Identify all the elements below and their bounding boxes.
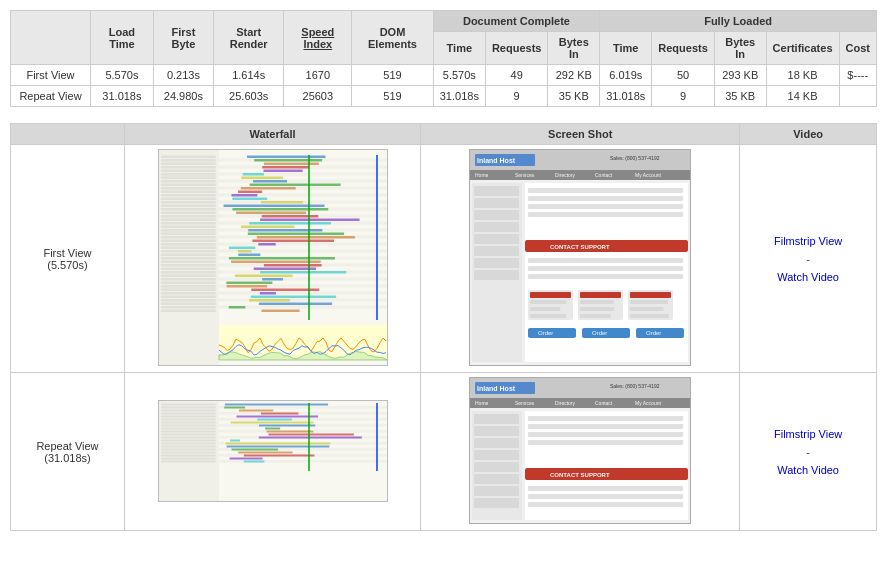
screenshot-header: Screen Shot [421,124,740,145]
svg-text:Directory: Directory [555,172,576,178]
svg-rect-231 [161,457,216,459]
video-links: Filmstrip View - Watch Video [748,235,868,283]
svg-rect-275 [474,486,519,496]
svg-rect-184 [630,307,664,311]
perf-row: Repeat View 31.018s 24.980s 25.603s 2560… [11,86,877,107]
svg-rect-200 [219,412,387,415]
svg-text:Inland Host: Inland Host [477,385,516,392]
svg-rect-41 [161,222,216,225]
detail-empty-header [11,124,125,145]
fl-time: 6.019s [600,65,652,86]
svg-rect-135 [228,306,245,309]
svg-rect-104 [232,198,267,201]
svg-rect-94 [264,163,319,166]
dom-elements: 519 [352,86,434,107]
svg-rect-203 [161,415,216,417]
svg-rect-218 [219,439,387,442]
svg-rect-90 [219,309,387,312]
svg-rect-91 [161,310,216,313]
svg-rect-213 [161,430,216,432]
video-header: Video [740,124,877,145]
svg-rect-67 [161,268,216,271]
row-label-sub: (31.018s) [19,452,116,464]
svg-rect-136 [261,310,299,313]
dc-time-header: Time [433,32,485,65]
svg-rect-211 [161,427,216,429]
fl-time: 31.018s [600,86,652,107]
fl-bytes: 293 KB [714,65,766,86]
svg-rect-180 [580,314,611,318]
svg-rect-281 [528,440,683,445]
svg-rect-35 [161,212,216,215]
svg-rect-114 [247,233,343,236]
filmstrip-link[interactable]: Filmstrip View [774,428,842,440]
svg-rect-197 [161,406,216,408]
svg-rect-239 [257,418,292,420]
load-time-header: Load Time [91,11,154,65]
svg-rect-124 [253,268,315,271]
svg-rect-162 [528,188,683,193]
svg-rect-177 [580,292,621,298]
svg-rect-80 [219,292,387,295]
svg-rect-57 [161,250,216,253]
svg-rect-5 [161,159,216,162]
svg-rect-240 [230,421,313,423]
svg-rect-123 [263,264,321,267]
svg-rect-286 [528,502,683,507]
filmstrip-link[interactable]: Filmstrip View [774,235,842,247]
fl-cost-header: Cost [839,32,877,65]
svg-rect-98 [241,177,283,180]
svg-rect-132 [250,296,335,299]
svg-rect-99 [253,180,287,183]
svg-rect-3 [161,156,216,159]
svg-rect-122 [231,261,321,264]
speed-index: 25603 [284,86,352,107]
svg-rect-134 [258,303,331,306]
row-label-text: First View [19,247,116,259]
dom-elements-header: DOM Elements [352,11,434,65]
svg-rect-85 [161,299,216,302]
watch-video-link[interactable]: Watch Video [777,464,839,476]
screenshot-cell: Inland HostSales: (800) 537-4192HomeServ… [421,373,740,531]
svg-text:CONTACT SUPPORT: CONTACT SUPPORT [550,244,610,250]
first-byte-header: First Byte [153,11,213,65]
fl-certs-header: Certificates [766,32,839,65]
svg-rect-270 [474,426,519,436]
svg-rect-75 [161,282,216,285]
svg-rect-159 [474,258,519,268]
svg-text:My Account: My Account [635,172,661,178]
row-label: First View [11,65,91,86]
svg-rect-31 [161,205,216,208]
svg-rect-96 [263,170,302,173]
svg-rect-125 [260,271,346,274]
svg-text:My Account: My Account [635,400,661,406]
svg-rect-13 [161,173,216,176]
svg-rect-102 [238,191,262,194]
svg-rect-183 [630,300,668,304]
svg-rect-7 [161,163,216,166]
svg-rect-284 [528,486,683,491]
fl-requests: 9 [652,86,715,107]
svg-rect-77 [161,285,216,288]
speed-index-link[interactable]: Speed Index [301,26,334,50]
svg-rect-272 [474,450,519,460]
detail-row: First View (5.570s) Inland HostSales: (8… [11,145,877,373]
svg-rect-69 [161,271,216,274]
svg-rect-51 [161,240,216,243]
fl-certs: 18 KB [766,65,839,86]
watch-video-link[interactable]: Watch Video [777,271,839,283]
svg-rect-37 [161,215,216,218]
fl-time-header: Time [600,32,652,65]
svg-rect-39 [161,219,216,222]
svg-rect-238 [236,415,318,417]
svg-rect-108 [236,212,306,215]
screenshot-cell: Inland HostSales: (800) 537-4192HomeServ… [421,145,740,373]
svg-text:Contact: Contact [595,400,613,406]
svg-rect-179 [580,307,614,311]
svg-rect-105 [260,201,302,204]
fl-certs: 14 KB [766,86,839,107]
svg-rect-93 [254,159,322,162]
svg-rect-252 [229,457,262,459]
detail-table: Waterfall Screen Shot Video First View (… [10,123,877,531]
svg-rect-175 [530,314,566,318]
